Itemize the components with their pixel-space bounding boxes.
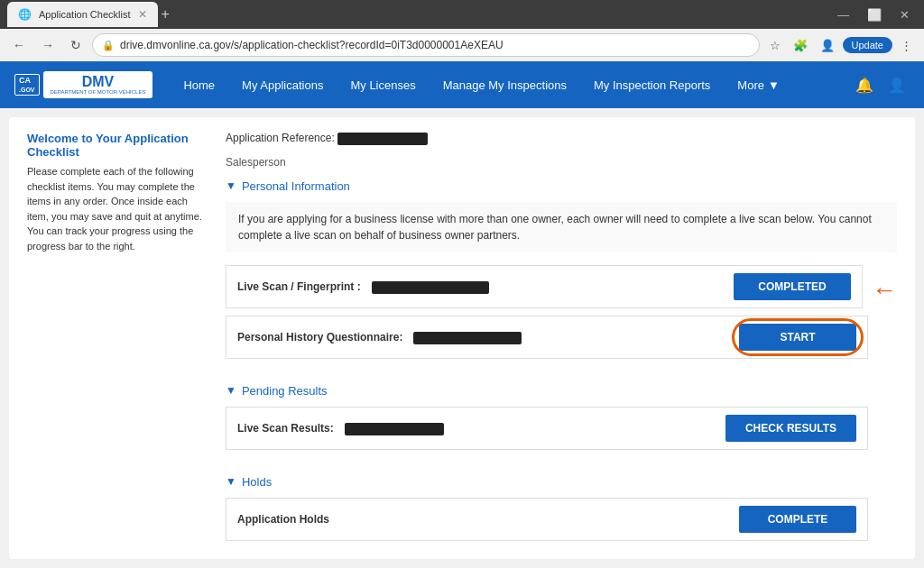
profile-icon[interactable]: 👤	[816, 36, 839, 55]
update-button[interactable]: Update	[843, 37, 892, 53]
live-scan-results-redacted	[345, 423, 444, 435]
holds-header[interactable]: ▼ Holds	[226, 475, 897, 489]
extensions-icon[interactable]: 🧩	[789, 36, 812, 55]
main-content: Welcome to Your Application Checklist Pl…	[9, 117, 915, 559]
lock-icon: 🔒	[102, 40, 115, 51]
personal-history-value	[413, 330, 728, 344]
maximize-button[interactable]: ⬜	[860, 5, 889, 25]
minimize-button[interactable]: —	[830, 5, 856, 25]
chevron-down-icon: ▼	[768, 78, 780, 92]
tab-favicon: 🌐	[18, 8, 32, 21]
application-holds-item: Application Holds COMPLETE	[226, 498, 868, 541]
live-scan-results-row: Live Scan Results: CHECK RESULTS	[226, 407, 897, 457]
nav-manage-inspections[interactable]: Manage My Inspections	[430, 73, 579, 97]
ca-gov-badge: CA.GOV	[14, 74, 40, 96]
live-scan-label: Live Scan / Fingerprint :	[237, 280, 361, 293]
complete-button[interactable]: COMPLETE	[739, 506, 856, 533]
live-scan-item: Live Scan / Fingerprint : COMPLETED	[226, 265, 863, 308]
personal-history-item: Personal History Questionnaire: START	[226, 316, 868, 359]
tab-title: Application Checklist	[39, 9, 131, 20]
forward-button[interactable]: →	[36, 34, 60, 56]
live-scan-redacted	[372, 281, 489, 294]
nav-my-applications[interactable]: My Applications	[229, 73, 336, 97]
pending-results-label: Pending Results	[242, 384, 328, 398]
bookmark-star-icon[interactable]: ☆	[765, 36, 785, 55]
reload-button[interactable]: ↻	[65, 34, 87, 56]
ca-logo: CA.GOV DMV DEPARTMENT OF MOTOR VEHICLES	[14, 71, 152, 98]
personal-info-section: ▼ Personal Information If you are applyi…	[226, 179, 897, 366]
user-profile-icon[interactable]: 👤	[884, 73, 910, 97]
dmv-logo: DMV DEPARTMENT OF MOTOR VEHICLES	[43, 71, 153, 98]
personal-history-row: Personal History Questionnaire: START	[226, 316, 897, 366]
application-holds-label: Application Holds	[237, 513, 329, 526]
personal-history-redacted	[413, 332, 522, 344]
application-holds-row: Application Holds COMPLETE	[226, 498, 897, 548]
app-ref-label: Application Reference:	[226, 132, 335, 144]
notifications-icon[interactable]: 🔔	[852, 73, 877, 97]
start-button[interactable]: START	[739, 324, 856, 351]
live-scan-value	[372, 279, 723, 294]
nav-icon-group: 🔔 👤	[852, 73, 910, 97]
check-results-button[interactable]: CHECK RESULTS	[725, 415, 856, 442]
live-scan-results-value	[345, 421, 715, 435]
logo-area: CA.GOV DMV DEPARTMENT OF MOTOR VEHICLES	[14, 71, 152, 98]
pending-results-header[interactable]: ▼ Pending Results	[226, 384, 897, 398]
personal-history-label: Personal History Questionnaire:	[237, 331, 402, 344]
chevron-down-icon: ▼	[226, 475, 236, 488]
welcome-title: Welcome to Your Application Checklist	[27, 132, 208, 159]
back-button[interactable]: ←	[7, 34, 31, 56]
salesperson-label: Salesperson	[226, 156, 897, 169]
browser-action-buttons: ☆ 🧩 👤 Update ⋮	[765, 36, 917, 55]
completed-button[interactable]: COMPLETED	[734, 273, 851, 300]
live-scan-results-item: Live Scan Results: CHECK RESULTS	[226, 407, 868, 450]
app-ref-value	[337, 133, 428, 145]
form-area: Application Reference: Salesperson ▼ Per…	[226, 132, 897, 548]
welcome-text: Please complete each of the following ch…	[27, 164, 208, 253]
live-scan-results-label: Live Scan Results:	[237, 422, 334, 435]
new-tab-button[interactable]: +	[162, 6, 170, 23]
browser-chrome: 🌐 Application Checklist ✕ + — ⬜ ✕	[0, 0, 924, 29]
tab-close[interactable]: ✕	[138, 8, 147, 21]
close-button[interactable]: ✕	[892, 5, 917, 25]
main-nav: Home My Applications My Licenses Manage …	[171, 73, 852, 97]
app-navigation: CA.GOV DMV DEPARTMENT OF MOTOR VEHICLES …	[0, 61, 924, 108]
address-text: drive.dmvonline.ca.gov/s/application-che…	[120, 39, 504, 51]
pending-results-section: ▼ Pending Results Live Scan Results: CHE…	[226, 384, 897, 457]
nav-inspection-reports[interactable]: My Inspection Reports	[581, 73, 723, 97]
nav-more[interactable]: More ▼	[725, 73, 792, 97]
personal-info-header[interactable]: ▼ Personal Information	[226, 179, 897, 193]
browser-tab: 🌐 Application Checklist ✕	[7, 2, 158, 27]
holds-section: ▼ Holds Application Holds COMPLETE	[226, 475, 897, 548]
browser-toolbar: ← → ↻ 🔒 drive.dmvonline.ca.gov/s/applica…	[0, 29, 924, 61]
address-bar[interactable]: 🔒 drive.dmvonline.ca.gov/s/application-c…	[92, 33, 760, 57]
personal-info-label: Personal Information	[242, 179, 350, 193]
arrow-annotation: ←	[872, 278, 897, 303]
menu-icon[interactable]: ⋮	[896, 36, 917, 55]
app-reference: Application Reference:	[226, 132, 897, 145]
nav-my-licenses[interactable]: My Licenses	[337, 73, 428, 97]
holds-label: Holds	[242, 475, 272, 489]
personal-info-text: If you are applying for a business licen…	[226, 202, 897, 252]
welcome-section: Welcome to Your Application Checklist Pl…	[27, 132, 208, 253]
start-button-wrapper: START	[739, 324, 856, 351]
nav-home[interactable]: Home	[171, 73, 227, 97]
live-scan-row: Live Scan / Fingerprint : COMPLETED ←	[226, 265, 897, 316]
chevron-down-icon: ▼	[226, 179, 236, 192]
chevron-down-icon: ▼	[226, 384, 236, 397]
